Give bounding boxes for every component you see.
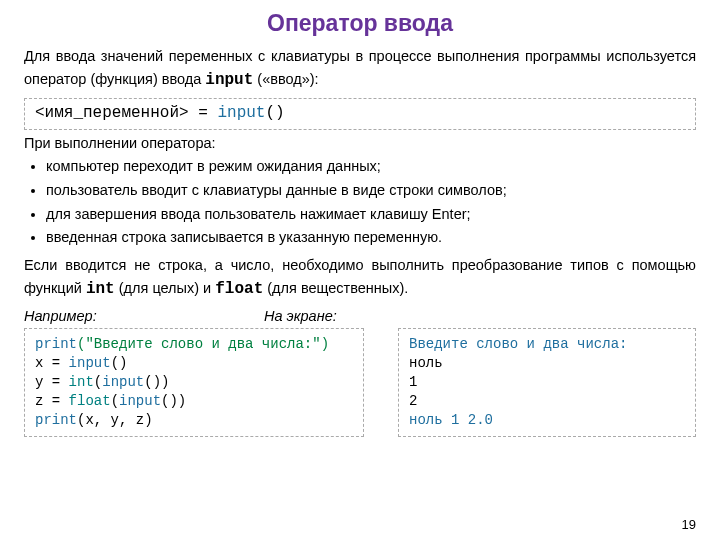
- list-item: пользователь вводит с клавиатуры данные …: [46, 181, 696, 201]
- code-text: (: [111, 393, 119, 409]
- intro-text-b: («ввод»):: [253, 71, 318, 87]
- example-labels: Например: На экране:: [24, 307, 696, 327]
- slide-title: Оператор ввода: [24, 8, 696, 39]
- code-text: y =: [35, 374, 69, 390]
- code-text: z =: [35, 393, 69, 409]
- code-string: ("Введите слово и два числа:"): [77, 336, 329, 352]
- syntax-eq: =: [189, 104, 218, 122]
- output-line: 2: [409, 393, 417, 409]
- label-example: Например:: [24, 307, 264, 327]
- code-kw: input: [102, 374, 144, 390]
- output-result: ноль 1 2.0: [409, 412, 493, 428]
- code-kw: print: [35, 412, 77, 428]
- execution-heading: При выполнении оператора:: [24, 134, 696, 154]
- code-kw: input: [69, 355, 111, 371]
- keyword-float: float: [215, 280, 263, 298]
- syntax-parens: (): [265, 104, 284, 122]
- code-text: ()): [144, 374, 169, 390]
- code-text: x =: [35, 355, 69, 371]
- code-box: print("Введите слово и два числа:") x = …: [24, 328, 364, 436]
- code-kw: float: [69, 393, 111, 409]
- intro-paragraph: Для ввода значений переменных с клавиату…: [24, 45, 696, 92]
- output-line: 1: [409, 374, 417, 390]
- code-text: (x, y, z): [77, 412, 153, 428]
- page-number: 19: [682, 516, 696, 534]
- code-kw: input: [119, 393, 161, 409]
- list-item: для завершения ввода пользователь нажима…: [46, 205, 696, 225]
- syntax-box: <имя_переменной> = input(): [24, 98, 696, 130]
- list-item: введенная строка записывается в указанну…: [46, 228, 696, 248]
- output-line: ноль: [409, 355, 443, 371]
- code-kw: print: [35, 336, 77, 352]
- code-kw: int: [69, 374, 94, 390]
- code-text: (: [94, 374, 102, 390]
- syntax-lhs: <имя_переменной>: [35, 104, 189, 122]
- bullet-list: компьютер переходит в режим ожидания дан…: [24, 157, 696, 247]
- intro-text-a: Для ввода значений переменных с клавиату…: [24, 48, 696, 86]
- para2-mid: (для целых) и: [115, 280, 216, 296]
- output-box: Введите слово и два числа: ноль 1 2 ноль…: [398, 328, 696, 436]
- code-text: (): [111, 355, 128, 371]
- output-prompt: Введите слово и два числа:: [409, 336, 627, 352]
- label-screen: На экране:: [264, 307, 337, 327]
- code-text: ()): [161, 393, 186, 409]
- para2-end: (для вещественных).: [263, 280, 408, 296]
- syntax-fn: input: [217, 104, 265, 122]
- type-conversion-paragraph: Если вводится не строка, а число, необхо…: [24, 254, 696, 303]
- intro-keyword-input: input: [205, 71, 253, 89]
- list-item: компьютер переходит в режим ожидания дан…: [46, 157, 696, 177]
- example-columns: print("Введите слово и два числа:") x = …: [24, 328, 696, 436]
- keyword-int: int: [86, 280, 115, 298]
